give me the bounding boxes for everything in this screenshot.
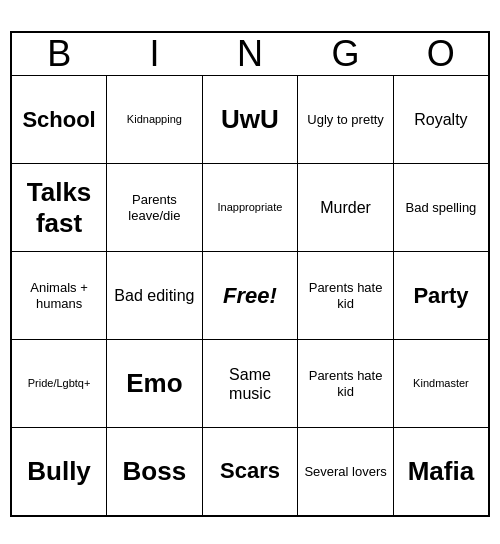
cell-r3-c4: Kindmaster: [393, 340, 489, 428]
cell-r0-c2: UwU: [202, 76, 298, 164]
cell-r4-c1: Boss: [107, 428, 203, 516]
cell-r2-c1: Bad editing: [107, 252, 203, 340]
cell-text: Bully: [16, 432, 102, 511]
cell-text: Emo: [111, 344, 198, 423]
cell-text: Bad spelling: [398, 168, 484, 247]
cell-r2-c2: Free!: [202, 252, 298, 340]
cell-r1-c3: Murder: [298, 164, 394, 252]
cell-r2-c3: Parents hate kid: [298, 252, 394, 340]
cell-text: Murder: [302, 168, 389, 247]
letter-o: O: [393, 32, 489, 76]
cell-r4-c4: Mafia: [393, 428, 489, 516]
cell-r3-c2: Same music: [202, 340, 298, 428]
cell-text: Inappropriate: [207, 168, 294, 247]
cell-r3-c3: Parents hate kid: [298, 340, 394, 428]
cell-text: Royalty: [398, 80, 484, 159]
cell-r2-c4: Party: [393, 252, 489, 340]
cell-r1-c1: Parents leave/die: [107, 164, 203, 252]
cell-r3-c1: Emo: [107, 340, 203, 428]
cell-text: Pride/Lgbtq+: [16, 344, 102, 423]
bingo-grid: B I N G O SchoolKidnappingUwUUgly to pre…: [10, 31, 490, 517]
cell-text: Party: [398, 256, 484, 335]
bingo-card: B I N G O SchoolKidnappingUwUUgly to pre…: [10, 27, 490, 517]
cell-r4-c2: Scars: [202, 428, 298, 516]
letter-b: B: [11, 32, 107, 76]
cell-r1-c2: Inappropriate: [202, 164, 298, 252]
cell-text: Scars: [207, 432, 294, 511]
cell-r0-c3: Ugly to pretty: [298, 76, 394, 164]
cell-text: Kidnapping: [111, 80, 198, 159]
cell-text: Ugly to pretty: [302, 80, 389, 159]
letter-g: G: [298, 32, 394, 76]
cell-text: Talks fast: [16, 168, 102, 247]
cell-text: Same music: [207, 344, 294, 423]
letter-i: I: [107, 32, 203, 76]
cell-r1-c0: Talks fast: [11, 164, 107, 252]
cell-r4-c3: Several lovers: [298, 428, 394, 516]
cell-text: UwU: [207, 80, 294, 159]
cell-r0-c0: School: [11, 76, 107, 164]
cell-text: School: [16, 80, 102, 159]
cell-r3-c0: Pride/Lgbtq+: [11, 340, 107, 428]
cell-text: Parents hate kid: [302, 256, 389, 335]
cell-r0-c4: Royalty: [393, 76, 489, 164]
cell-r4-c0: Bully: [11, 428, 107, 516]
cell-r1-c4: Bad spelling: [393, 164, 489, 252]
cell-text: Parents hate kid: [302, 344, 389, 423]
cell-text: Mafia: [398, 432, 484, 511]
cell-text: Boss: [111, 432, 198, 511]
cell-r0-c1: Kidnapping: [107, 76, 203, 164]
cell-text: Free!: [207, 256, 294, 335]
cell-r2-c0: Animals + humans: [11, 252, 107, 340]
cell-text: Bad editing: [111, 256, 198, 335]
cell-text: Several lovers: [302, 432, 389, 511]
cell-text: Kindmaster: [398, 344, 484, 423]
letter-n: N: [202, 32, 298, 76]
cell-text: Animals + humans: [16, 256, 102, 335]
cell-text: Parents leave/die: [111, 168, 198, 247]
